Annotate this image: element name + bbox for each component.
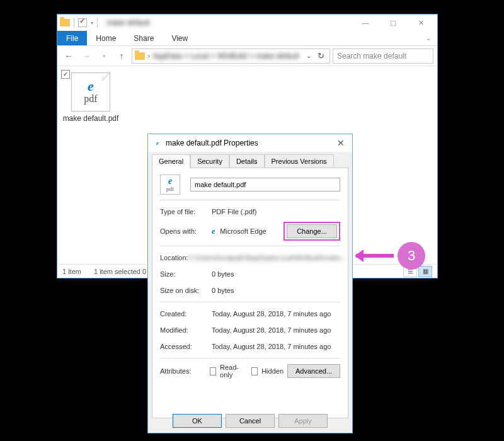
hidden-label: Hidden	[261, 367, 284, 375]
file-type-icon: e pdf	[160, 175, 180, 195]
status-item-count: 1 item	[62, 268, 81, 275]
readonly-checkbox[interactable]	[210, 367, 216, 375]
properties-dialog: e make default.pdf Properties ✕ General …	[147, 134, 353, 433]
attributes-label: Attributes:	[160, 367, 210, 375]
edge-icon: e	[212, 227, 215, 236]
dialog-title: make default.pdf Properties	[166, 139, 258, 147]
ribbon-view-tab[interactable]: View	[163, 31, 197, 45]
nav-history-dropdown[interactable]: ▾	[96, 49, 112, 64]
address-dropdown-icon[interactable]: ⌄	[303, 52, 314, 59]
titlebar: ▾ make default — ▢ ✕	[57, 14, 437, 31]
tab-previous-versions[interactable]: Previous Versions	[265, 154, 334, 168]
nav-forward-button[interactable]: →	[79, 49, 94, 64]
file-thumbnail-icon: e pdf	[71, 72, 110, 112]
file-item[interactable]: ✓ e pdf make default.pdf	[62, 71, 119, 123]
location-value: C:\Users\localpath\AppData\Local\WinBuil…	[188, 254, 346, 261]
navigation-bar: ← → ▾ ↑ › AppData > Local > WinBuild > m…	[57, 46, 437, 66]
pdf-extension-label: pdf	[84, 93, 97, 105]
apply-button[interactable]: Apply	[278, 414, 328, 428]
qat-dropdown-icon[interactable]: ▾	[91, 20, 93, 26]
modified-label: Modified:	[160, 326, 212, 334]
ribbon-tabs: File Home Share View ⌄	[57, 31, 437, 46]
dialog-button-row: OK Cancel Apply	[148, 414, 352, 428]
folder-icon	[60, 19, 70, 26]
ribbon-home-tab[interactable]: Home	[87, 31, 125, 45]
type-label: Type of file:	[160, 208, 212, 215]
tab-details[interactable]: Details	[229, 154, 265, 168]
dialog-close-button[interactable]: ✕	[335, 138, 347, 148]
address-path: AppData > Local > WinBuild > make defaul…	[152, 52, 303, 60]
ribbon-expand-icon[interactable]: ⌄	[420, 31, 437, 45]
arrow-icon	[356, 254, 394, 258]
size-value: 0 bytes	[212, 270, 340, 278]
cancel-button[interactable]: Cancel	[226, 414, 275, 428]
accessed-value: Today, August 28, 2018, 7 minutes ago	[212, 343, 340, 350]
change-button[interactable]: Change...	[287, 224, 337, 238]
opens-with-value: Microsoft Edge	[220, 227, 266, 235]
nav-up-button[interactable]: ↑	[114, 49, 129, 64]
readonly-label: Read-only	[220, 364, 243, 379]
step-badge: 3	[398, 242, 425, 270]
ok-button[interactable]: OK	[173, 414, 222, 428]
dialog-titlebar: e make default.pdf Properties ✕	[148, 134, 352, 152]
file-name-label: make default.pdf	[62, 114, 119, 123]
modified-value: Today, August 28, 2018, 7 minutes ago	[212, 326, 340, 334]
accessed-label: Accessed:	[160, 343, 212, 350]
created-value: Today, August 28, 2018, 7 minutes ago	[212, 310, 340, 318]
nav-back-button[interactable]: ←	[61, 49, 76, 64]
qat-properties-icon[interactable]	[78, 18, 87, 27]
ribbon-file-tab[interactable]: File	[57, 31, 87, 45]
tab-strip: General Security Details Previous Versio…	[148, 152, 352, 168]
advanced-button[interactable]: Advanced...	[287, 364, 340, 378]
search-input[interactable]: Search make default	[333, 49, 433, 64]
maximize-button[interactable]: ▢	[379, 14, 407, 31]
location-label: Location:	[160, 254, 188, 261]
file-checkbox[interactable]: ✓	[61, 70, 70, 79]
type-value: PDF File (.pdf)	[212, 208, 340, 215]
opens-with-label: Opens with:	[160, 227, 212, 235]
ribbon-share-tab[interactable]: Share	[125, 31, 163, 45]
size-label: Size:	[160, 270, 212, 278]
tab-general[interactable]: General	[152, 154, 190, 168]
minimize-button[interactable]: —	[352, 14, 379, 31]
edge-icon: e	[88, 79, 94, 93]
file-icon: e	[153, 139, 162, 147]
size-on-disk-label: Size on disk:	[160, 287, 212, 294]
refresh-icon[interactable]: ↻	[314, 51, 327, 60]
created-label: Created:	[160, 310, 212, 318]
folder-icon	[135, 52, 145, 60]
address-bar[interactable]: › AppData > Local > WinBuild > make defa…	[132, 49, 330, 64]
close-button[interactable]: ✕	[407, 14, 435, 31]
annotation-step-3: 3	[356, 242, 425, 270]
tab-security[interactable]: Security	[190, 154, 229, 168]
window-title: make default	[106, 18, 150, 27]
filename-input[interactable]	[190, 178, 340, 192]
size-on-disk-value: 0 bytes	[212, 287, 340, 294]
tab-general-pane: e pdf Type of file: PDF File (.pdf) Open…	[152, 168, 348, 418]
hidden-checkbox[interactable]	[251, 367, 258, 375]
